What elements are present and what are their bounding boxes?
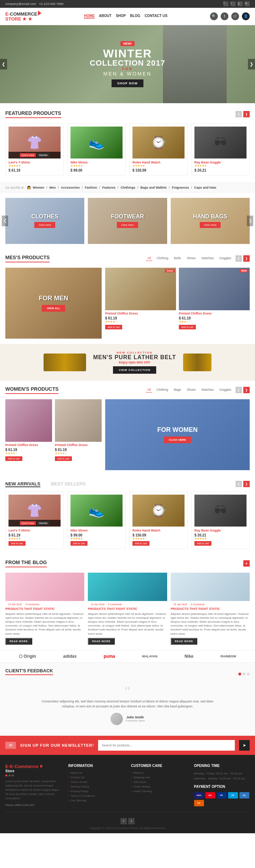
arrival-product-stars: ★★★★★ xyxy=(132,537,185,540)
handbags-banner-button[interactable]: Click here xyxy=(200,222,221,228)
newsletter-submit-button[interactable]: ➤ xyxy=(239,740,250,751)
nav-contact[interactable]: CONTACT US xyxy=(144,14,168,18)
womens-filter-goggles[interactable]: Goggles xyxy=(218,387,233,393)
arrivals-next-button[interactable]: ❯ xyxy=(243,481,250,487)
mens-filter-all[interactable]: All xyxy=(146,256,152,261)
search-icon[interactable]: 🔍 xyxy=(210,12,218,20)
logo[interactable]: E-COMMERCE STORE ★ ★ xyxy=(5,11,41,22)
cart-icon[interactable]: 🛒 xyxy=(231,12,239,20)
mens-prev-button[interactable]: ❮ xyxy=(236,255,242,262)
cat-nav-fashion-link[interactable]: Fashion xyxy=(85,186,97,189)
footer-sitemap-link[interactable]: Our Sitemap xyxy=(68,799,124,802)
cat-nav-accessories-link[interactable]: Accessories xyxy=(61,186,80,189)
dot-1[interactable] xyxy=(238,673,241,675)
wishlist-button[interactable]: Wishlist xyxy=(37,153,49,157)
womens-add-to-cart-button-1[interactable]: Add to cart xyxy=(55,456,72,461)
cat-nav-features-link[interactable]: Features xyxy=(102,186,116,189)
cat-nav-caps-link[interactable]: Caps and Hats xyxy=(194,186,216,189)
arrivals-prev-button[interactable]: ❮ xyxy=(236,481,242,487)
belt-cta-button[interactable]: VIEW COLLECTION xyxy=(113,366,156,374)
arrival-add-to-cart-button-1[interactable]: Add to cart xyxy=(70,541,87,546)
footer-facebook-icon[interactable]: f xyxy=(120,818,127,824)
cat-next-button[interactable]: ❯ xyxy=(247,216,253,226)
newsletter-input[interactable] xyxy=(98,740,235,751)
blog-prev-button[interactable]: ● xyxy=(243,560,250,567)
brands-section: ⬡ Origin adidas puma MALAYAN Nike RAINBO… xyxy=(0,650,255,663)
footer-returns-link[interactable]: Returns xyxy=(131,771,187,774)
blog-read-more-button-2[interactable]: READ MORE xyxy=(171,638,198,645)
clothes-banner[interactable]: CLOTHES Click here xyxy=(5,198,84,244)
arrivals-nav: ❮ ❯ xyxy=(236,481,250,487)
twitter-icon[interactable]: t xyxy=(231,1,236,6)
mens-next-button[interactable]: ❯ xyxy=(243,255,250,262)
womens-filter-shoes[interactable]: Shoes xyxy=(185,387,197,393)
hero-cta-button[interactable]: SHOP NOW xyxy=(112,79,143,87)
footer-payment-icons: VISA MC PP PP AE DS xyxy=(194,792,250,806)
product-card: 🕶 Ray Bean Goggle ★★★★★ $ 20.21 xyxy=(191,123,250,176)
footer-privacy-link[interactable]: Privacy Policy xyxy=(68,790,124,793)
footer-twitter-icon[interactable]: t xyxy=(128,818,135,824)
footer-about-link[interactable]: About Us xyxy=(68,771,124,774)
arrival-add-to-cart-button-3[interactable]: Add to cart xyxy=(194,541,211,546)
mens-filter-belts[interactable]: Belts xyxy=(172,256,182,261)
wishlist-button[interactable]: Wishlist xyxy=(37,521,49,525)
handbags-banner[interactable]: HAND BAGS Click here xyxy=(171,198,250,244)
dot-2[interactable] xyxy=(243,673,245,675)
facebook-icon[interactable]: f xyxy=(223,1,228,6)
google-icon[interactable]: g xyxy=(238,1,243,6)
cat-prev-button[interactable]: ❮ xyxy=(2,216,8,226)
mens-filter-clothing[interactable]: Clothing xyxy=(155,256,170,261)
footer-terms-link[interactable]: Terms of Use xyxy=(68,780,124,784)
womens-filter-clothing[interactable]: Clothing xyxy=(155,387,170,393)
footer-contact-link[interactable]: Contact Us xyxy=(68,776,124,779)
hero-prev-button[interactable]: ❮ xyxy=(0,59,7,69)
cat-nav-fragrances-link[interactable]: Fragrances xyxy=(172,186,189,189)
cat-nav-women-link[interactable]: Women xyxy=(33,186,44,189)
footwear-banner[interactable]: FOOTWEAR Click here xyxy=(88,198,167,244)
womens-filter-watches[interactable]: Watches xyxy=(200,387,215,393)
cat-nav-men-link[interactable]: Men xyxy=(49,186,56,189)
dot-3[interactable] xyxy=(247,673,250,675)
womens-cta-button[interactable]: CLICK HERE xyxy=(164,436,191,443)
hero-next-button[interactable]: ❯ xyxy=(248,59,255,69)
womens-next-button[interactable]: ❯ xyxy=(243,387,250,393)
blog-image-0 xyxy=(5,573,84,601)
footer-order-history-link[interactable]: Order History xyxy=(131,785,187,788)
clothes-banner-button[interactable]: Click here xyxy=(34,222,56,228)
nav-shop[interactable]: SHOP xyxy=(116,14,126,18)
footwear-banner-button[interactable]: Click here xyxy=(117,222,138,228)
mens-add-to-cart-button-1[interactable]: Add to cart xyxy=(179,325,196,329)
footer-delivery-link[interactable]: Delivery Policy xyxy=(68,785,124,788)
nav-home[interactable]: HOME xyxy=(84,14,95,18)
mens-filter-shoes[interactable]: Shoes xyxy=(185,256,197,261)
arrival-add-to-cart-button-0[interactable]: Add to cart xyxy=(8,541,26,546)
blog-read-more-button-1[interactable]: READ MORE xyxy=(88,638,115,645)
user-icon[interactable]: 👤 xyxy=(242,12,250,20)
mens-add-to-cart-button-0[interactable]: Add to cart xyxy=(105,325,122,329)
footer-order-tracking-link[interactable]: Order Tracking xyxy=(131,790,187,793)
cat-nav-bags-link[interactable]: Bags and Wallets xyxy=(141,186,167,189)
quick-view-button[interactable]: Quick View xyxy=(20,521,36,525)
womens-filter-bags[interactable]: Bags xyxy=(172,387,183,393)
mens-filter-watches[interactable]: Watches xyxy=(200,256,215,261)
mens-filter-goggles[interactable]: Goggles xyxy=(218,256,233,261)
featured-prev-button[interactable]: ❮ xyxy=(236,111,242,117)
arrival-add-to-cart-button-2[interactable]: Add to cart xyxy=(132,541,149,546)
mens-view-all-button[interactable]: VIEW ALL xyxy=(42,305,65,312)
footer-shipping-link[interactable]: Shipping Info xyxy=(131,776,187,779)
nav-blog[interactable]: BLOG xyxy=(130,14,140,18)
twitter-header-icon[interactable]: t xyxy=(221,12,228,20)
arrival-product-price: $ 99.00 xyxy=(70,533,123,537)
quick-view-button[interactable]: Quick View xyxy=(20,153,36,157)
nav-about[interactable]: ABOUT xyxy=(99,14,112,18)
womens-add-to-cart-button-0[interactable]: Add to cart xyxy=(5,456,22,461)
cat-nav-clothings-link[interactable]: Clothings xyxy=(121,186,136,189)
footer-gifts-link[interactable]: Gift Cards xyxy=(131,780,187,784)
featured-next-button[interactable]: ❯ xyxy=(243,111,250,117)
womens-filter-all[interactable]: All xyxy=(146,387,152,393)
footer-terms2-link[interactable]: Terms & Conditions xyxy=(68,794,124,797)
linkedin-icon[interactable]: in xyxy=(245,1,250,6)
womens-products-section: WOMEN'S PRODUCTS All Clothing Bags Shoes… xyxy=(0,381,255,475)
womens-prev-button[interactable]: ❮ xyxy=(236,387,242,393)
blog-read-more-button-0[interactable]: READ MORE xyxy=(5,638,32,645)
